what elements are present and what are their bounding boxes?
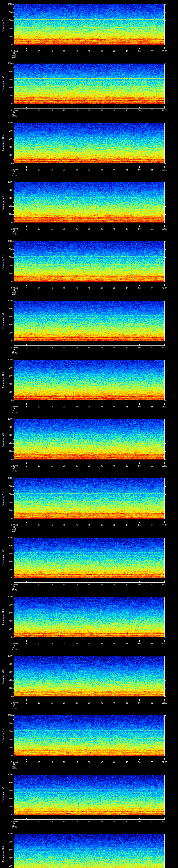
x-tick-label: 20 (57, 228, 71, 230)
x-tick-label: 25 (70, 50, 84, 52)
y-tick-label: 1000 (5, 359, 12, 361)
y-axis-minor-tick (13, 210, 14, 211)
y-tick-label: 600 (5, 849, 12, 851)
x-tick-label: 30 (82, 702, 96, 704)
x-tick-label: 10 (32, 584, 46, 586)
x-axis-tick (77, 344, 77, 345)
y-tick-label: 1000 (5, 62, 12, 64)
x-tick-label: 50 (132, 228, 146, 230)
y-tick-label: 800 (5, 545, 12, 547)
y-axis-title: Frequency (Hz) (2, 609, 4, 625)
x-tick-label: 20 (57, 524, 71, 526)
end-time-label: 21:00 (157, 110, 171, 112)
x-axis-line (14, 642, 165, 642)
spectrogram-image (14, 715, 165, 756)
x-axis-tick (26, 522, 27, 523)
x-axis-tick (64, 344, 64, 345)
x-axis-tick (64, 700, 64, 701)
x-axis-tick (52, 581, 52, 582)
y-axis-major-tick (165, 317, 166, 317)
end-time-label: 32:00 (157, 762, 171, 763)
y-axis-minor-tick (165, 186, 165, 186)
y-axis-major-tick (12, 29, 14, 29)
y-axis-minor-tick (165, 676, 165, 677)
y-tick-label: 800 (5, 130, 12, 132)
x-tick-label: 15 (45, 406, 59, 408)
x-tick-label: 55 (145, 465, 159, 467)
y-axis-minor-tick (13, 143, 14, 144)
y-tick-label: 800 (5, 248, 12, 250)
x-tick-label: 30 (82, 820, 96, 823)
x-axis-tick (77, 403, 77, 405)
y-tick-label: 0 (5, 814, 12, 816)
y-axis-major-tick (12, 664, 14, 664)
y-axis-minor-tick (13, 270, 14, 270)
y-tick-label: 0 (5, 695, 12, 698)
x-tick-label: 40 (107, 347, 121, 349)
y-tick-label: 600 (5, 375, 12, 377)
x-axis-tick (52, 107, 52, 108)
y-axis-major-tick (12, 478, 14, 478)
x-tick-label: 35 (95, 820, 109, 823)
x-tick-label: 35 (95, 643, 109, 645)
x-axis-tick (64, 818, 64, 819)
y-tick-label: 400 (5, 857, 12, 859)
y-tick-label: 800 (5, 308, 12, 310)
x-tick-label: 45 (120, 643, 134, 645)
x-tick-label: 45 (120, 820, 134, 823)
x-tick-label: 50 (132, 643, 146, 645)
y-axis-major-tick (165, 214, 166, 215)
y-axis-major-tick (165, 241, 166, 242)
end-time-label: 23:00 (157, 228, 171, 230)
y-axis-minor-tick (165, 736, 165, 736)
x-tick-label: 15 (45, 584, 59, 586)
end-time-label: 29:00 (157, 584, 171, 586)
y-axis-major-tick (165, 384, 166, 384)
x-axis-tick (26, 225, 27, 227)
y-axis-major-tick (165, 740, 166, 740)
spectrogram-image (14, 241, 165, 282)
x-tick-label: 25 (70, 110, 84, 112)
x-tick-label: 10 (32, 347, 46, 349)
y-axis-minor-tick (13, 482, 14, 483)
y-tick-label: 800 (5, 11, 12, 13)
x-tick-label: 50 (132, 406, 146, 408)
y-axis-major-tick (165, 605, 166, 605)
x-tick-label: 5 (20, 762, 33, 763)
x-tick-label: 15 (45, 347, 59, 349)
x-tick-label: 50 (132, 110, 146, 112)
spectrogram-stack-page: { "axes": { "ylabel": "Frequency (Hz)", … (0, 0, 178, 868)
y-tick-label: 400 (5, 383, 12, 385)
x-tick-label: 30 (82, 110, 96, 112)
y-tick-label: 0 (5, 44, 12, 45)
y-axis-major-tick (12, 494, 14, 495)
x-axis-tick (52, 818, 52, 819)
y-axis-minor-tick (13, 862, 14, 862)
x-tick-label: 50 (132, 50, 146, 52)
spectrogram-image (14, 656, 165, 696)
y-tick-label: 200 (5, 806, 12, 808)
y-axis-minor-tick (13, 838, 14, 838)
spectrogram-panel: Frequency (Hz)02004006008001000510152025… (0, 830, 178, 868)
y-tick-label: 1000 (5, 418, 12, 420)
y-tick-label: 200 (5, 865, 12, 867)
y-tick-label: 600 (5, 434, 12, 436)
y-axis-major-tick (12, 384, 14, 384)
x-tick-label: 55 (145, 820, 159, 823)
x-tick-label: 10 (32, 406, 46, 408)
x-axis-tick (77, 581, 77, 582)
y-tick-label: 400 (5, 324, 12, 326)
y-tick-label: 200 (5, 569, 12, 571)
y-axis-major-tick (165, 249, 166, 250)
y-axis-minor-tick (165, 329, 165, 329)
y-axis-minor-tick (165, 388, 165, 389)
x-axis-tick (127, 48, 127, 49)
x-tick-label: 45 (120, 406, 134, 408)
y-axis-major-tick (165, 621, 166, 621)
y-axis-minor-tick (165, 261, 165, 262)
x-axis-end-tick (14, 581, 14, 582)
y-axis-major-tick (12, 597, 14, 597)
spectrogram-panel: Frequency (Hz)02004006008001000510152025… (0, 711, 178, 770)
y-axis-minor-tick (13, 625, 14, 625)
spectrogram-image (14, 301, 165, 341)
